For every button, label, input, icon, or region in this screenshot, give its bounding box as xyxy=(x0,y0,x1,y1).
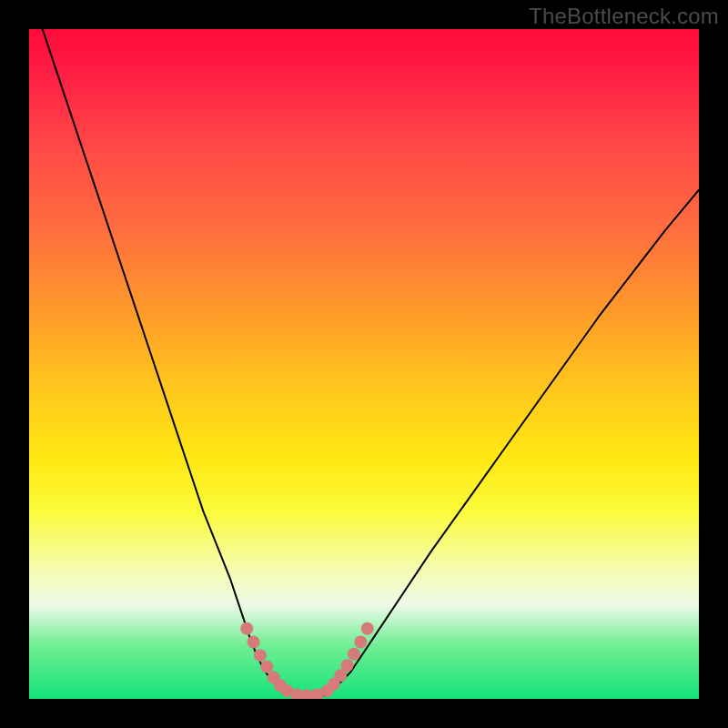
curve-layer xyxy=(29,29,699,699)
curve-markers xyxy=(240,622,373,699)
curve-marker xyxy=(260,661,273,673)
bottleneck-curve xyxy=(43,29,699,698)
curve-marker xyxy=(361,622,374,635)
curve-marker xyxy=(341,659,354,672)
plot-area xyxy=(29,29,699,699)
curve-marker xyxy=(240,622,253,635)
curve-marker xyxy=(254,649,267,662)
chart-frame: TheBottleneck.com xyxy=(0,0,728,728)
watermark-text: TheBottleneck.com xyxy=(529,4,719,29)
curve-marker xyxy=(348,648,360,661)
curve-marker xyxy=(248,635,260,648)
curve-marker xyxy=(354,635,367,648)
